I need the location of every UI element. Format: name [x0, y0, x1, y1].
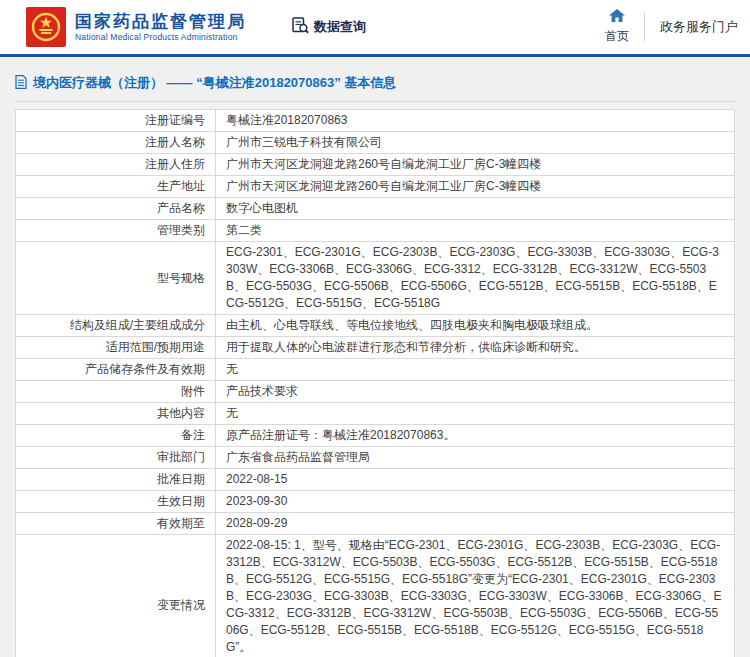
field-value: 2023-09-30 [216, 491, 735, 513]
field-value: 无 [216, 359, 735, 381]
field-value: 产品技术要求 [216, 381, 735, 403]
field-label: 有效期至 [16, 513, 216, 535]
home-link[interactable]: 首页 [605, 9, 629, 45]
field-label: 备注 [16, 425, 216, 447]
main-content: 境内医疗器械（注册） —— “粤械注准20182070863” 基本信息 注册证… [0, 57, 750, 657]
field-value: 2022-08-15: 1、型号、规格由“ECG-2301、ECG-2301G、… [216, 535, 735, 657]
table-row: 生产地址广州市天河区龙洞迎龙路260号自编龙洞工业厂房C-3幢四楼 [16, 176, 735, 198]
field-label: 注册证编号 [16, 110, 216, 132]
table-row: 结构及组成/主要组成成分由主机、心电导联线、等电位接地线、四肢电极夹和胸电极吸球… [16, 315, 735, 337]
table-row: 附件产品技术要求 [16, 381, 735, 403]
page-title-bar: 境内医疗器械（注册） —— “粤械注准20182070863” 基本信息 [15, 63, 735, 102]
field-label: 批准日期 [16, 469, 216, 491]
table-row: 生效日期2023-09-30 [16, 491, 735, 513]
registration-info-table: 注册证编号粤械注准20182070863注册人名称广州市三锐电子科技有限公司注册… [15, 109, 735, 657]
table-row: 注册人名称广州市三锐电子科技有限公司 [16, 132, 735, 154]
field-label: 附件 [16, 381, 216, 403]
field-label: 审批部门 [16, 447, 216, 469]
table-row: 有效期至2028-09-29 [16, 513, 735, 535]
header-nav: 首页 政务服务门户 [605, 9, 742, 45]
table-row: 产品名称数字心电图机 [16, 198, 735, 220]
field-label: 产品名称 [16, 198, 216, 220]
field-label: 注册人住所 [16, 154, 216, 176]
field-label: 注册人名称 [16, 132, 216, 154]
info-table-body: 注册证编号粤械注准20182070863注册人名称广州市三锐电子科技有限公司注册… [16, 110, 735, 657]
field-label: 适用范围/预期用途 [16, 337, 216, 359]
field-label: 管理类别 [16, 220, 216, 242]
field-label: 产品储存条件及有效期 [16, 359, 216, 381]
agency-name-en: National Medical Products Administration [75, 32, 246, 42]
field-value: 原产品注册证号：粤械注准20182070863。 [216, 425, 735, 447]
site-header: 国家药品监督管理局 National Medical Products Admi… [0, 0, 750, 57]
brand-text: 国家药品监督管理局 National Medical Products Admi… [75, 12, 246, 42]
field-value: ECG-2301、ECG-2301G、ECG-2303B、ECG-2303G、E… [216, 242, 735, 315]
home-label: 首页 [605, 28, 629, 45]
data-query-icon [292, 17, 309, 37]
table-row: 注册人住所广州市天河区龙洞迎龙路260号自编龙洞工业厂房C-3幢四楼 [16, 154, 735, 176]
home-icon [609, 9, 625, 25]
header-divider [644, 13, 645, 41]
field-label: 其他内容 [16, 403, 216, 425]
table-row: 注册证编号粤械注准20182070863 [16, 110, 735, 132]
field-value: 由主机、心电导联线、等电位接地线、四肢电极夹和胸电极吸球组成。 [216, 315, 735, 337]
page-title: 境内医疗器械（注册） —— “粤械注准20182070863” 基本信息 [33, 74, 396, 92]
brand: 国家药品监督管理局 National Medical Products Admi… [26, 7, 246, 47]
document-icon [15, 75, 27, 92]
table-row: 备注原产品注册证号：粤械注准20182070863。 [16, 425, 735, 447]
field-value: 广东省食品药品监督管理局 [216, 447, 735, 469]
table-row: 产品储存条件及有效期无 [16, 359, 735, 381]
table-row: 审批部门广东省食品药品监督管理局 [16, 447, 735, 469]
table-row: 其他内容无 [16, 403, 735, 425]
field-value: 2028-09-29 [216, 513, 735, 535]
field-value: 广州市天河区龙洞迎龙路260号自编龙洞工业厂房C-3幢四楼 [216, 154, 735, 176]
field-value: 用于提取人体的心电波群进行形态和节律分析，供临床诊断和研究。 [216, 337, 735, 359]
table-row: 型号规格ECG-2301、ECG-2301G、ECG-2303B、ECG-230… [16, 242, 735, 315]
field-value: 粤械注准20182070863 [216, 110, 735, 132]
portal-link[interactable]: 政务服务门户 [660, 18, 738, 36]
field-value: 第二类 [216, 220, 735, 242]
field-label: 变更情况 [16, 535, 216, 657]
table-row: 批准日期2022-08-15 [16, 469, 735, 491]
field-label: 结构及组成/主要组成成分 [16, 315, 216, 337]
field-label: 生产地址 [16, 176, 216, 198]
nmpa-emblem-logo [26, 7, 66, 47]
field-value: 2022-08-15 [216, 469, 735, 491]
table-row: 变更情况2022-08-15: 1、型号、规格由“ECG-2301、ECG-23… [16, 535, 735, 657]
field-value: 数字心电图机 [216, 198, 735, 220]
field-label: 生效日期 [16, 491, 216, 513]
field-value: 无 [216, 403, 735, 425]
field-label: 型号规格 [16, 242, 216, 315]
field-value: 广州市天河区龙洞迎龙路260号自编龙洞工业厂房C-3幢四楼 [216, 176, 735, 198]
field-value: 广州市三锐电子科技有限公司 [216, 132, 735, 154]
data-query-link[interactable]: 数据查询 [292, 17, 366, 37]
agency-name-zh: 国家药品监督管理局 [75, 12, 246, 32]
table-row: 适用范围/预期用途用于提取人体的心电波群进行形态和节律分析，供临床诊断和研究。 [16, 337, 735, 359]
data-query-label: 数据查询 [314, 18, 366, 36]
field-value-paragraph: 2022-08-15: 1、型号、规格由“ECG-2301、ECG-2301G、… [226, 537, 724, 656]
table-row: 管理类别第二类 [16, 220, 735, 242]
